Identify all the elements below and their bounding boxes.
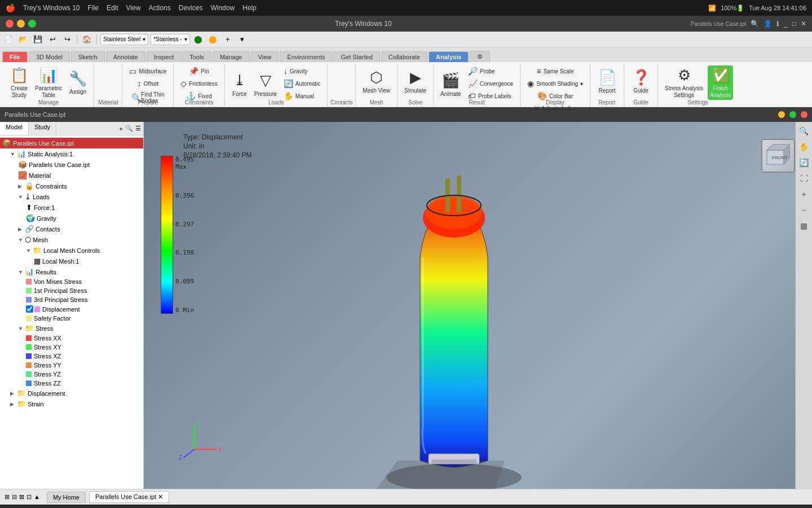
tree-static-analysis[interactable]: ▼ 📊 Static Analysis:1 <box>0 148 143 159</box>
toolbar-redo[interactable]: ↪ <box>61 33 73 46</box>
mac-menu-view[interactable]: View <box>126 4 141 12</box>
tree-root[interactable]: 📦 Parallels Use Case.ipt <box>0 138 143 148</box>
mac-menu-actions[interactable]: Actions <box>148 4 170 12</box>
toggle-1[interactable]: ▼ <box>10 151 17 157</box>
simulate-btn[interactable]: ▶ Simulate <box>402 68 429 95</box>
same-scale-btn[interactable]: ≡ Same Scale <box>535 65 576 77</box>
tree-3rd-stress[interactable]: 3rd Principal Stress <box>0 295 143 304</box>
tree-stress-xy[interactable]: Stress XY <box>0 343 143 352</box>
animate-btn[interactable]: 🎬 Animate <box>438 71 464 98</box>
create-study-btn[interactable]: 📋 CreateStudy <box>8 65 30 100</box>
toggle-10[interactable]: ▼ <box>26 248 33 253</box>
mac-menu-file[interactable]: File <box>88 4 99 12</box>
nav-cube[interactable]: FRONT <box>761 139 795 173</box>
tab-analysis[interactable]: Analysis <box>429 51 469 62</box>
pan-icon[interactable]: ✋ <box>797 140 811 154</box>
tab-get-started[interactable]: Get Started <box>334 51 380 62</box>
tab-close-icon[interactable]: ✕ <box>158 493 163 500</box>
tab-annotate[interactable]: Annotate <box>106 51 145 62</box>
window-minimize-icon[interactable]: _ <box>784 20 788 28</box>
tree-local-mesh-controls[interactable]: ▼ 📁 Local Mesh Controls <box>0 245 143 256</box>
toggle-8[interactable]: ▶ <box>18 226 25 232</box>
tree-constraints[interactable]: ▶ 🔒 Constraints <box>0 181 143 191</box>
finish-analysis-btn[interactable]: ✅ FinishAnalysis <box>708 65 733 100</box>
tree-gravity[interactable]: 🌍 Gravity <box>0 213 143 224</box>
tree-von-mises[interactable]: Von Mises Stress <box>0 277 143 286</box>
tab-collaborate[interactable]: Collaborate <box>381 51 427 62</box>
zoom-out-icon[interactable]: − <box>797 203 811 217</box>
adjusted-arrow[interactable]: ▾ <box>573 106 576 112</box>
panel-search-btn[interactable]: 🔍 <box>125 125 133 132</box>
window-x-icon[interactable]: ✕ <box>801 20 806 28</box>
tree-stress-yy[interactable]: Stress YY <box>0 361 143 370</box>
toggle-4[interactable]: ▶ <box>18 183 25 189</box>
info-icon[interactable]: ℹ <box>776 20 779 28</box>
report-btn[interactable]: 📄 Report <box>596 68 619 95</box>
tree-safety-factor[interactable]: Safety Factor <box>0 314 143 323</box>
mac-menu-edit[interactable]: Edit <box>107 4 118 12</box>
panel-add-btn[interactable]: + <box>120 125 123 132</box>
window-minimize-btn[interactable] <box>17 20 25 28</box>
zoom-in-icon[interactable]: + <box>797 187 811 201</box>
tab-my-home[interactable]: My Home <box>47 492 86 503</box>
tree-loads[interactable]: ▼ ⤓ Loads <box>0 191 143 202</box>
mac-menu-help[interactable]: Help <box>242 4 257 12</box>
parametric-table-btn[interactable]: 📊 ParametricTable <box>33 65 64 100</box>
mesh-view-btn[interactable]: ⬡ Mesh View <box>360 68 392 95</box>
tree-local-mesh[interactable]: ▦ Local Mesh:1 <box>0 256 143 266</box>
toolbar-add[interactable]: + <box>222 33 234 46</box>
tab-sketch[interactable]: Sketch <box>71 51 105 62</box>
stress-analysis-settings-btn[interactable]: ⚙ Stress AnalysisSettings <box>663 65 705 100</box>
toggle-25[interactable]: ▶ <box>10 391 17 396</box>
tree-stress-xz[interactable]: Stress XZ <box>0 352 143 361</box>
tab-layout-icon-3[interactable]: ⊠ <box>19 493 24 501</box>
vp-minimize-btn[interactable] <box>778 111 785 118</box>
pressure-btn[interactable]: ▽ Pressure <box>252 71 279 98</box>
toolbar-orange-icon[interactable]: ⬤ <box>207 33 219 46</box>
tab-layout-icon-2[interactable]: ⊟ <box>12 493 17 501</box>
tree-stress-zz[interactable]: Stress ZZ <box>0 379 143 388</box>
toggle-5[interactable]: ▼ <box>18 194 25 200</box>
tab-tools[interactable]: Tools <box>182 51 211 62</box>
tree-stress-xx[interactable]: Stress XX <box>0 334 143 343</box>
mac-menu-window[interactable]: Window <box>210 4 235 12</box>
tab-up-arrow[interactable]: ▲ <box>34 493 40 501</box>
panel-menu-btn[interactable]: ☰ <box>135 125 141 132</box>
toolbar-new[interactable]: 📄 <box>2 33 15 46</box>
tab-parallels-file[interactable]: Parallels Use Case.ipt ✕ <box>89 491 169 503</box>
probe-btn[interactable]: 🔎 Probe <box>466 65 515 77</box>
account-icon[interactable]: 👤 <box>764 20 772 28</box>
tree-force[interactable]: ⬆ Force:1 <box>0 202 143 213</box>
midsurface-btn[interactable]: ▭ Midsurface <box>127 65 169 77</box>
zoom-icon[interactable]: 🔍 <box>797 124 811 138</box>
gravity-btn[interactable]: ↓ Gravity <box>281 65 323 77</box>
tab-settings-gear[interactable]: ⚙ <box>470 51 490 62</box>
displacement-checkbox[interactable] <box>26 305 33 313</box>
search-help-icon[interactable]: 🔍 <box>751 20 759 28</box>
panel-tab-model[interactable]: Model <box>0 122 29 135</box>
guide-btn[interactable]: ❓ Guide <box>630 68 652 95</box>
tab-3d-model[interactable]: 3D Model <box>29 51 70 62</box>
fit-icon[interactable]: ⛶ <box>797 172 811 185</box>
smooth-shading-btn[interactable]: ◉ Smooth Shading ▾ <box>525 78 585 89</box>
toggle-26[interactable]: ▶ <box>10 401 17 407</box>
toolbar-green-icon[interactable]: ⬤ <box>192 33 205 46</box>
viewport[interactable]: Type: Displacement Unit: in 8/28/2018, 2… <box>144 122 812 489</box>
tree-1st-stress[interactable]: 1st Principal Stress <box>0 286 143 295</box>
window-restore-icon[interactable]: □ <box>792 20 796 28</box>
toolbar-save[interactable]: 💾 <box>32 33 44 46</box>
tab-layout-icon-1[interactable]: ⊞ <box>5 493 10 501</box>
apple-menu[interactable]: 🍎 <box>6 3 15 12</box>
section-icon[interactable]: ▦ <box>797 219 811 233</box>
convergence-btn[interactable]: 📈 Convergence <box>466 78 515 89</box>
vp-maximize-btn[interactable] <box>789 111 796 118</box>
offset-btn[interactable]: ↕ Offset <box>135 78 161 89</box>
material-dropdown[interactable]: Stainless Steel ▾ <box>100 34 148 45</box>
frictionless-btn[interactable]: ◇ Frictionless <box>178 78 220 89</box>
force-btn[interactable]: ⤓ Force <box>230 71 250 98</box>
tree-displacement-group[interactable]: ▶ 📁 Displacement <box>0 388 143 398</box>
rotate-icon[interactable]: 🔄 <box>797 156 811 169</box>
tree-stress-group[interactable]: ▼ 📁 Stress <box>0 323 143 334</box>
tree-contacts[interactable]: ▶ 🔗 Contacts <box>0 224 143 234</box>
tab-manage[interactable]: Manage <box>213 51 250 62</box>
